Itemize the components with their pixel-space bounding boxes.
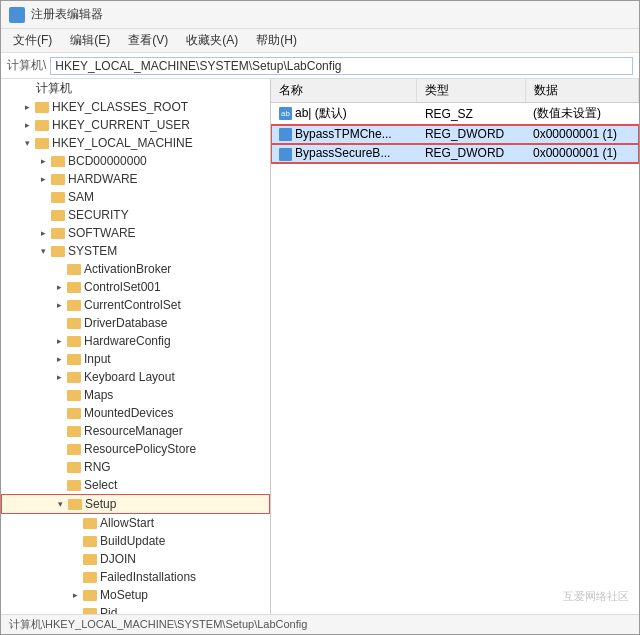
expander-software[interactable]: ▸ <box>35 225 51 241</box>
tree-label-computer: 计算机 <box>36 80 72 97</box>
col-type: 类型 <box>417 79 525 103</box>
registry-table: 名称 类型 数据 abab| (默认)REG_SZ(数值未设置)BypassTP… <box>271 79 639 164</box>
expander-allowstart[interactable] <box>67 515 83 531</box>
folder-icon-buildupdate <box>83 536 97 547</box>
tree-item-driverdatabase[interactable]: DriverDatabase <box>1 314 270 332</box>
menu-edit[interactable]: 编辑(E) <box>62 30 118 51</box>
expander-setup[interactable]: ▾ <box>52 496 68 512</box>
tree-item-resourcemanager[interactable]: ResourceManager <box>1 422 270 440</box>
tree-item-local-machine[interactable]: ▾HKEY_LOCAL_MACHINE <box>1 134 270 152</box>
tree-label-setup: Setup <box>85 497 116 511</box>
folder-icon-resourcepolicystore <box>67 444 81 455</box>
expander-select[interactable] <box>51 477 67 493</box>
tree-item-computer[interactable]: 🖥计算机 <box>1 79 270 98</box>
tree-item-allowstart[interactable]: AllowStart <box>1 514 270 532</box>
expander-computer[interactable] <box>3 81 19 97</box>
menu-help[interactable]: 帮助(H) <box>248 30 305 51</box>
expander-djoin[interactable] <box>67 551 83 567</box>
reg-icon-bypass-secure <box>279 148 292 161</box>
tree-item-mounteddevices[interactable]: MountedDevices <box>1 404 270 422</box>
cell-type-bypass-tpm: REG_DWORD <box>417 125 525 144</box>
tree-label-activation: ActivationBroker <box>84 262 171 276</box>
folder-icon-maps <box>67 390 81 401</box>
tree-label-failedinstall: FailedInstallations <box>100 570 196 584</box>
col-name: 名称 <box>271 79 417 103</box>
col-data: 数据 <box>525 79 638 103</box>
expander-mosetup[interactable]: ▸ <box>67 587 83 603</box>
tree-item-currentcontrolset[interactable]: ▸CurrentControlSet <box>1 296 270 314</box>
tree-item-system[interactable]: ▾SYSTEM <box>1 242 270 260</box>
menu-file[interactable]: 文件(F) <box>5 30 60 51</box>
expander-resourcepolicystore[interactable] <box>51 441 67 457</box>
expander-security[interactable] <box>35 207 51 223</box>
tree-item-failedinstall[interactable]: FailedInstallations <box>1 568 270 586</box>
tree-item-current-user[interactable]: ▸HKEY_CURRENT_USER <box>1 116 270 134</box>
table-row-bypass-tpm[interactable]: BypassTPMChe...REG_DWORD0x00000001 (1) <box>271 125 639 144</box>
expander-local-machine[interactable]: ▾ <box>19 135 35 151</box>
expander-maps[interactable] <box>51 387 67 403</box>
expander-pid[interactable] <box>67 605 83 614</box>
expander-current-user[interactable]: ▸ <box>19 117 35 133</box>
tree-item-security[interactable]: SECURITY <box>1 206 270 224</box>
menu-bar: 文件(F) 编辑(E) 查看(V) 收藏夹(A) 帮助(H) <box>1 29 639 53</box>
tree-item-classes-root[interactable]: ▸HKEY_CLASSES_ROOT <box>1 98 270 116</box>
expander-system[interactable]: ▾ <box>35 243 51 259</box>
folder-icon-current-user <box>35 120 49 131</box>
tree-item-controlset001[interactable]: ▸ControlSet001 <box>1 278 270 296</box>
expander-hardwareconfig[interactable]: ▸ <box>51 333 67 349</box>
expander-hardware[interactable]: ▸ <box>35 171 51 187</box>
tree-label-hardware: HARDWARE <box>68 172 138 186</box>
tree-item-keyboard-layout[interactable]: ▸Keyboard Layout <box>1 368 270 386</box>
table-row-default[interactable]: abab| (默认)REG_SZ(数值未设置) <box>271 103 639 125</box>
tree-item-hardware[interactable]: ▸HARDWARE <box>1 170 270 188</box>
expander-input[interactable]: ▸ <box>51 351 67 367</box>
tree-item-resourcepolicystore[interactable]: ResourcePolicyStore <box>1 440 270 458</box>
expander-currentcontrolset[interactable]: ▸ <box>51 297 67 313</box>
tree-label-sam: SAM <box>68 190 94 204</box>
table-row-bypass-secure[interactable]: BypassSecureB...REG_DWORD0x00000001 (1) <box>271 144 639 163</box>
tree-item-hardwareconfig[interactable]: ▸HardwareConfig <box>1 332 270 350</box>
folder-icon-resourcemanager <box>67 426 81 437</box>
folder-icon-controlset001 <box>67 282 81 293</box>
folder-icon-mounteddevices <box>67 408 81 419</box>
tree-item-rng[interactable]: RNG <box>1 458 270 476</box>
tree-item-software[interactable]: ▸SOFTWARE <box>1 224 270 242</box>
expander-resourcemanager[interactable] <box>51 423 67 439</box>
folder-icon-djoin <box>83 554 97 565</box>
expander-activation[interactable] <box>51 261 67 277</box>
tree-label-buildupdate: BuildUpdate <box>100 534 165 548</box>
cell-data-bypass-secure: 0x00000001 (1) <box>525 144 638 163</box>
folder-icon-currentcontrolset <box>67 300 81 311</box>
app-icon <box>9 7 25 23</box>
tree-item-select[interactable]: Select <box>1 476 270 494</box>
tree-label-keyboard-layout: Keyboard Layout <box>84 370 175 384</box>
address-input[interactable] <box>50 57 633 75</box>
tree-item-activation[interactable]: ActivationBroker <box>1 260 270 278</box>
expander-classes-root[interactable]: ▸ <box>19 99 35 115</box>
menu-view[interactable]: 查看(V) <box>120 30 176 51</box>
tree-item-input[interactable]: ▸Input <box>1 350 270 368</box>
expander-failedinstall[interactable] <box>67 569 83 585</box>
tree-item-djoin[interactable]: DJOIN <box>1 550 270 568</box>
expander-sam[interactable] <box>35 189 51 205</box>
folder-icon-mosetup <box>83 590 97 601</box>
tree-item-buildupdate[interactable]: BuildUpdate <box>1 532 270 550</box>
tree-item-setup[interactable]: ▾Setup <box>1 494 270 514</box>
tree-item-sam[interactable]: SAM <box>1 188 270 206</box>
tree-item-bcd[interactable]: ▸BCD00000000 <box>1 152 270 170</box>
expander-controlset001[interactable]: ▸ <box>51 279 67 295</box>
expander-bcd[interactable]: ▸ <box>35 153 51 169</box>
registry-editor-window: 注册表编辑器 文件(F) 编辑(E) 查看(V) 收藏夹(A) 帮助(H) 计算… <box>0 0 640 635</box>
expander-buildupdate[interactable] <box>67 533 83 549</box>
tree-label-maps: Maps <box>84 388 113 402</box>
tree-item-mosetup[interactable]: ▸MoSetup <box>1 586 270 604</box>
menu-favorites[interactable]: 收藏夹(A) <box>178 30 246 51</box>
expander-mounteddevices[interactable] <box>51 405 67 421</box>
expander-rng[interactable] <box>51 459 67 475</box>
expander-keyboard-layout[interactable]: ▸ <box>51 369 67 385</box>
expander-driverdatabase[interactable] <box>51 315 67 331</box>
tree-item-maps[interactable]: Maps <box>1 386 270 404</box>
tree-label-controlset001: ControlSet001 <box>84 280 161 294</box>
folder-icon-select <box>67 480 81 491</box>
tree-item-pid[interactable]: Pid <box>1 604 270 614</box>
